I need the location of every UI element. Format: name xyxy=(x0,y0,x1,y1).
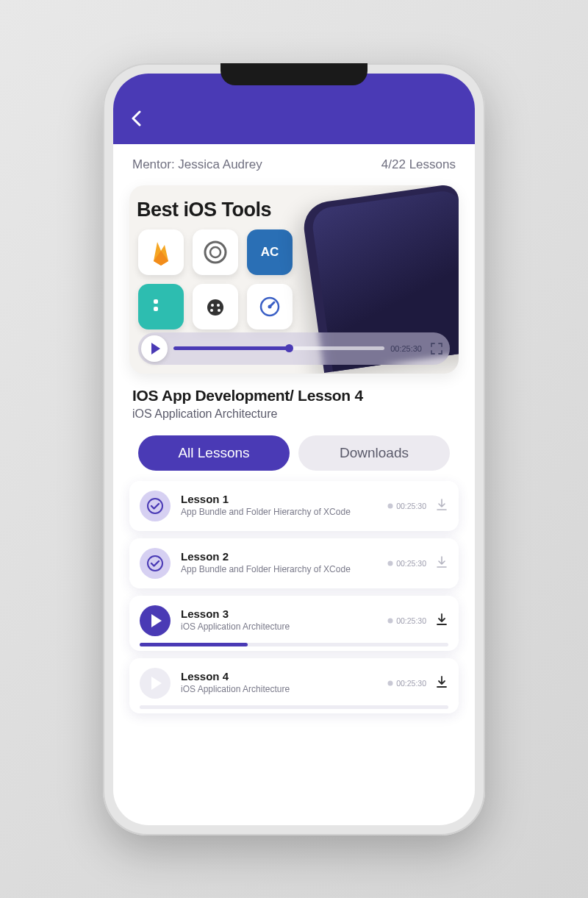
ladybug-icon xyxy=(193,284,238,329)
svg-point-5 xyxy=(211,304,214,307)
lesson-body: Lesson 3 iOS Application Architecture xyxy=(181,607,377,633)
tabs: All Lessons Downloads xyxy=(113,424,475,481)
lesson-body: Lesson 1 App Bundle and Folder Hierarchy… xyxy=(181,493,377,519)
lesson-status-done-icon xyxy=(140,491,171,521)
lesson-duration: 00:25:30 xyxy=(387,679,426,688)
play-icon xyxy=(151,343,160,354)
play-button[interactable] xyxy=(141,335,168,362)
lesson-item[interactable]: Lesson 1 App Bundle and Folder Hierarchy… xyxy=(129,481,459,531)
lesson-desc: iOS Application Architecture xyxy=(181,621,377,633)
download-button[interactable] xyxy=(435,555,448,571)
download-button[interactable] xyxy=(435,613,448,629)
lesson-desc: App Bundle and Folder Hierarchy of XCode xyxy=(181,507,377,519)
lesson-status-playing-icon xyxy=(140,605,171,636)
svg-point-7 xyxy=(210,309,213,312)
mentor-label: Mentor: Jessica Audrey xyxy=(132,157,262,172)
lesson-title: Lesson 1 xyxy=(181,493,377,505)
lesson-duration: 00:25:30 xyxy=(387,502,426,510)
lesson-progress-bar xyxy=(140,643,448,646)
lesson-duration: 00:25:30 xyxy=(387,559,426,568)
lesson-list: Lesson 1 App Bundle and Folder Hierarchy… xyxy=(113,481,475,713)
lesson-desc: iOS Application Architecture xyxy=(181,684,377,696)
firebase-icon xyxy=(138,229,184,275)
lesson-duration: 00:25:30 xyxy=(387,616,426,625)
lesson-item[interactable]: Lesson 2 App Bundle and Folder Hierarchy… xyxy=(129,538,459,588)
dot-icon xyxy=(387,560,393,566)
info-row: Mentor: Jessica Audrey 4/22 Lessons xyxy=(113,144,475,182)
download-button[interactable] xyxy=(435,675,448,691)
svg-point-15 xyxy=(388,618,393,623)
teal-app-icon xyxy=(138,284,184,329)
hero-icon-grid: AC xyxy=(138,229,329,329)
hero-title: Best iOS Tools xyxy=(137,199,271,221)
speedometer-icon xyxy=(247,284,293,329)
lesson-title: Lesson 4 xyxy=(181,670,377,683)
circle-app-icon xyxy=(193,229,238,275)
svg-point-14 xyxy=(388,560,393,566)
video-scrubber-fill xyxy=(173,346,290,350)
dot-icon xyxy=(387,618,393,624)
chevron-left-icon xyxy=(131,110,141,126)
appcode-icon: AC xyxy=(247,229,293,275)
svg-point-1 xyxy=(210,247,220,257)
video-time: 00:25:30 xyxy=(390,344,422,353)
course-title: IOS App Development/ Lesson 4 xyxy=(132,387,456,405)
dot-icon xyxy=(387,680,393,686)
svg-point-12 xyxy=(388,503,393,508)
lesson-status-done-icon xyxy=(140,548,171,579)
dot-icon xyxy=(387,503,393,509)
tab-downloads[interactable]: Downloads xyxy=(298,435,450,471)
lesson-item[interactable]: Lesson 3 iOS Application Architecture 00… xyxy=(129,596,459,651)
phone-notch xyxy=(220,63,368,85)
play-icon xyxy=(151,677,162,690)
lesson-progress-fill xyxy=(140,643,248,646)
download-button[interactable] xyxy=(435,498,448,514)
svg-point-11 xyxy=(148,499,162,513)
svg-point-16 xyxy=(388,680,393,685)
back-button[interactable] xyxy=(131,110,141,131)
lesson-body: Lesson 2 App Bundle and Folder Hierarchy… xyxy=(181,550,377,576)
video-player-bar: 00:25:30 xyxy=(138,332,450,365)
course-subtitle: iOS Application Architecture xyxy=(132,407,456,421)
svg-point-6 xyxy=(217,304,220,307)
lesson-status-idle-icon xyxy=(140,668,171,699)
video-scrubber[interactable] xyxy=(173,346,384,350)
svg-point-8 xyxy=(218,309,220,312)
course-title-block: IOS App Development/ Lesson 4 iOS Applic… xyxy=(113,374,475,424)
lesson-body: Lesson 4 iOS Application Architecture xyxy=(181,670,377,696)
phone-screen: Mentor: Jessica Audrey 4/22 Lessons Best… xyxy=(113,74,475,825)
fullscreen-icon[interactable] xyxy=(431,343,442,354)
svg-rect-3 xyxy=(154,307,158,311)
tab-all-lessons[interactable]: All Lessons xyxy=(138,435,290,471)
phone-frame: Mentor: Jessica Audrey 4/22 Lessons Best… xyxy=(103,63,485,835)
svg-rect-2 xyxy=(154,299,158,304)
lesson-desc: App Bundle and Folder Hierarchy of XCode xyxy=(181,564,377,576)
video-hero[interactable]: Best iOS Tools AC xyxy=(129,185,459,374)
lesson-item[interactable]: Lesson 4 iOS Application Architecture 00… xyxy=(129,658,459,713)
svg-point-10 xyxy=(268,304,272,308)
lesson-progress-bar xyxy=(140,705,448,709)
lesson-title: Lesson 3 xyxy=(181,607,377,620)
play-icon xyxy=(151,614,162,627)
lesson-progress-label: 4/22 Lessons xyxy=(381,157,456,172)
lesson-title: Lesson 2 xyxy=(181,550,377,563)
svg-point-0 xyxy=(205,242,226,263)
svg-point-4 xyxy=(207,299,223,316)
svg-point-13 xyxy=(148,556,162,571)
